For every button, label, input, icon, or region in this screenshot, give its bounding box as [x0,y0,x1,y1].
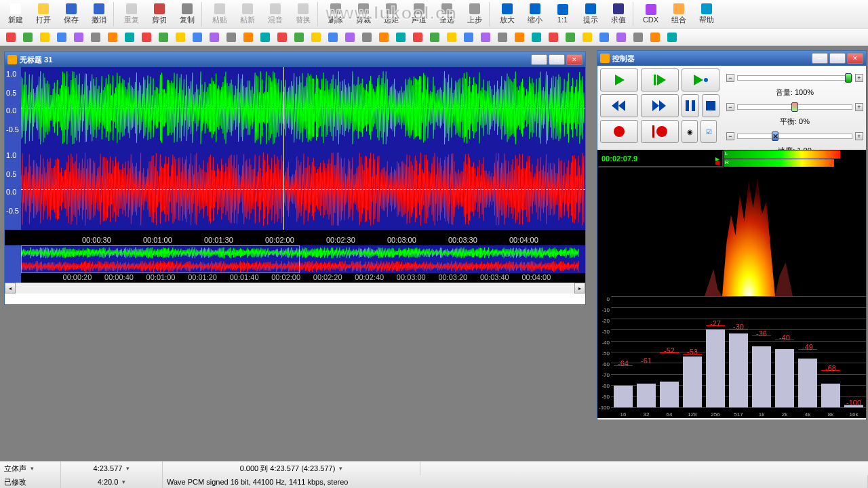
tool2-btn-14[interactable] [240,30,256,45]
tool2-btn-12[interactable] [206,30,222,45]
toolbar-帮助[interactable]: 帮助 [692,1,720,28]
close-button[interactable]: ✕ [847,53,863,64]
tool2-btn-11[interactable] [189,30,205,45]
tool2-btn-28[interactable] [477,30,494,45]
tool2-btn-22[interactable] [376,30,392,45]
record-mode-check[interactable]: ☑ [701,120,717,143]
toolbar-CDX[interactable]: CDX [637,1,665,28]
forward-button[interactable] [641,94,679,117]
record-alt-button[interactable] [641,120,679,143]
tool2-btn-9[interactable] [155,30,172,45]
toolbar-选矩[interactable]: 选矩 [377,1,405,28]
selection-dropdown[interactable]: 0.000 到 4:23.577 (4:23.577) [163,462,420,475]
toolbar-剪切[interactable]: 剪切 [145,1,173,28]
tool2-btn-24[interactable] [410,30,426,45]
controller-titlebar[interactable]: 控制器 ─ □ ✕ [597,51,866,66]
play-skip-button[interactable] [641,68,679,92]
toolbar-求值[interactable]: 求值 [604,1,632,28]
tool2-btn-19[interactable] [325,30,341,45]
tool2-btn-30[interactable] [511,30,528,45]
tool2-btn-26[interactable] [443,30,460,45]
tool2-btn-15[interactable] [257,30,273,45]
tool2-btn-7[interactable] [121,30,138,45]
h-scrollbar[interactable]: ◂ ▸ [5,283,585,293]
tool2-btn-31[interactable] [528,30,545,45]
tool2-btn-5[interactable] [87,30,104,45]
tool2-btn-32[interactable] [545,30,561,45]
speed-dec-button[interactable]: − [726,132,734,140]
vol-inc-button[interactable]: + [855,74,863,82]
toolbar-复制[interactable]: 复制 [173,1,201,28]
toolbar-提示[interactable]: 提示 [576,1,604,28]
minimize-button[interactable]: ─ [812,53,828,64]
tool2-btn-37[interactable] [630,30,646,45]
tool2-btn-33[interactable] [562,30,578,45]
pause-button[interactable] [682,94,699,117]
tool2-btn-4[interactable] [71,30,87,45]
tool2-btn-17[interactable] [291,30,307,45]
toolbar-放大[interactable]: 放大 [493,1,521,28]
minimize-button[interactable]: ─ [531,54,547,65]
tool2-btn-35[interactable] [596,30,612,45]
toolbar-打开[interactable]: 打开 [29,1,57,28]
waveform-area[interactable]: 1.0 0.5 0.0 -0.5 1.0 0.5 0.0 -0.5 [5,67,585,230]
vol-dec-button[interactable]: − [726,74,734,82]
bal-dec-button[interactable]: − [726,103,734,111]
speed-slider[interactable]: − ✕ + [726,127,863,146]
scroll-left-button[interactable]: ◂ [5,283,16,293]
rewind-button[interactable] [600,94,638,117]
toolbar-删除[interactable]: 删除 [321,1,349,28]
tool2-btn-6[interactable] [104,30,121,45]
toolbar-全选[interactable]: 全选 [433,1,460,28]
tool2-btn-10[interactable] [172,30,189,45]
toolbar-撤消[interactable]: 撤消 [85,1,113,28]
vol-thumb[interactable] [845,73,852,83]
maximize-button[interactable]: □ [829,53,846,64]
tool2-btn-39[interactable] [664,30,680,45]
record-button[interactable] [600,120,638,143]
toolbar-1:1[interactable]: 1:1 [549,1,576,28]
balance-slider[interactable]: − + [726,98,863,117]
bal-thumb[interactable] [791,102,798,112]
bal-inc-button[interactable]: + [855,103,863,111]
tool2-btn-38[interactable] [647,30,663,45]
toolbar-剪裁[interactable]: 剪裁 [349,1,377,28]
tool2-btn-13[interactable] [223,30,239,45]
tool2-btn-29[interactable] [494,30,511,45]
toolbar-新建[interactable]: 新建 [1,1,29,28]
playhead-cursor[interactable] [283,67,284,230]
tool2-btn-2[interactable] [37,30,53,45]
tool2-btn-20[interactable] [342,30,358,45]
overview-panel[interactable]: 00:00:2000:00:4000:01:0000:01:2000:01:40… [5,245,585,283]
close-button[interactable]: ✕ [566,54,583,65]
tool2-btn-16[interactable] [274,30,290,45]
toolbar-上步[interactable]: 上步 [460,1,488,28]
toolbar-声道[interactable]: 声道 [405,1,433,28]
tool2-btn-34[interactable] [579,30,595,45]
record-mode-radio[interactable]: ◉ [682,120,698,143]
speed-inc-button[interactable]: + [855,132,863,140]
tool2-btn-18[interactable] [308,30,324,45]
tool2-btn-8[interactable] [138,30,155,45]
right-channel[interactable]: 1.0 0.5 0.0 -0.5 [5,148,585,230]
tool2-btn-27[interactable] [460,30,477,45]
play-button[interactable] [600,68,638,92]
speed-thumb[interactable]: ✕ [772,131,778,141]
tool2-btn-3[interactable] [54,30,70,45]
play-loop-button[interactable] [682,68,719,92]
scroll-right-button[interactable]: ▸ [574,283,585,293]
overview-ruler[interactable]: 00:00:2000:00:4000:01:0000:01:2000:01:40… [21,273,585,283]
tool2-btn-23[interactable] [393,30,409,45]
toolbar-组合[interactable]: 组合 [665,1,692,28]
tool2-btn-1[interactable] [20,30,36,45]
left-channel[interactable]: 1.0 0.5 0.0 -0.5 [5,67,585,148]
maximize-button[interactable]: □ [549,54,565,65]
waveform-titlebar[interactable]: 无标题 31 ─ □ ✕ [5,52,585,67]
toolbar-缩小[interactable]: 缩小 [521,1,549,28]
channels-dropdown[interactable]: 立体声 [0,462,61,475]
tool2-btn-36[interactable] [613,30,629,45]
duration-dropdown[interactable]: 4:23.577 [61,462,163,475]
toolbar-保存[interactable]: 保存 [57,1,85,28]
tool2-btn-25[interactable] [427,30,443,45]
position-dropdown[interactable]: 4:20.0 [61,475,163,488]
